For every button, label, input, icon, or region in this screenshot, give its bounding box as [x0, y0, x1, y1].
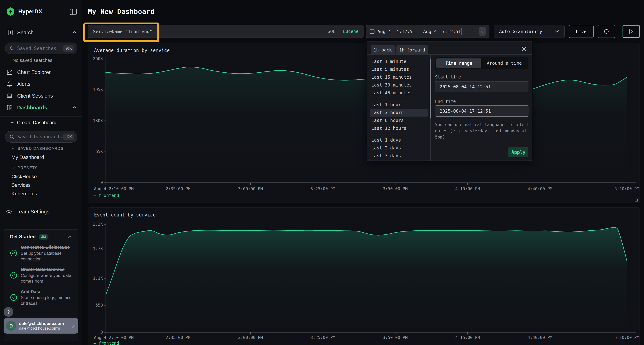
time-preset-option[interactable]: Last 1 days: [370, 136, 428, 144]
get-started-step-connect[interactable]: Connect to ClickHouse Set up your databa…: [10, 244, 73, 262]
legend-item-frontend[interactable]: —frontend: [94, 193, 119, 198]
x-axis-label: 5:10:00 PM: [602, 186, 640, 191]
time-preset-option[interactable]: Last 3 hours: [370, 109, 428, 117]
sidebar-item-label: Alerts: [17, 81, 30, 87]
section-presets[interactable]: PRESETS: [11, 166, 38, 170]
search-icon: [9, 46, 15, 51]
legend-item-frontend[interactable]: —frontend: [94, 341, 119, 345]
time-preset-option[interactable]: Last 45 minutes: [370, 89, 428, 97]
gear-icon: [6, 208, 12, 215]
check-circle-icon: [10, 249, 18, 257]
x-axis-label: 3:50:00 PM: [370, 186, 420, 191]
get-started-header[interactable]: Get Started 3/3: [10, 234, 73, 240]
play-icon: [629, 29, 634, 34]
step-description: Set up your database connection: [21, 250, 73, 262]
bell-icon: [6, 81, 13, 87]
preset-group-divider: [371, 99, 426, 99]
shift-back-button[interactable]: 1h back: [371, 45, 395, 55]
sidebar-item-dashboards[interactable]: Dashboards: [0, 103, 82, 112]
chevron-up-icon: [72, 106, 77, 109]
page-title: My New Dashboard: [88, 8, 154, 15]
start-time-input[interactable]: 2025-08-04 14:12:51: [435, 81, 528, 92]
preset-list-scrollbar-thumb[interactable]: [430, 59, 431, 118]
text-caret: [462, 28, 462, 35]
y-axis-label: 260K: [88, 56, 103, 61]
mode-separator: |: [338, 29, 340, 34]
time-preset-option[interactable]: Last 15 minutes: [370, 73, 428, 81]
no-saved-searches-text: No saved searches: [12, 57, 52, 63]
section-saved-dashboards[interactable]: SAVED DASHBOARDS: [11, 146, 64, 151]
create-dashboard-button[interactable]: + Create Dashboard: [10, 119, 56, 126]
legend-label: frontend: [98, 341, 119, 345]
granularity-select[interactable]: Auto Granularity: [494, 25, 564, 38]
laptop-icon: [6, 93, 13, 99]
search-section-icon: [6, 29, 13, 36]
time-preset-option[interactable]: Last 6 hours: [370, 117, 428, 124]
time-preset-option[interactable]: Last 12 hours: [370, 124, 428, 132]
y-axis-label: 130K: [88, 118, 103, 123]
get-started-step-sources[interactable]: Create Data Sources Configure where your…: [10, 267, 73, 284]
legend-swatch: —: [94, 193, 96, 198]
sidebar-item-kubernetes[interactable]: Kubernetes: [12, 191, 37, 197]
x-axis-label: 5:10:00 PM: [602, 335, 640, 340]
y-axis-label: 65K: [88, 149, 103, 154]
time-preset-option[interactable]: Last 7 days: [370, 152, 428, 160]
step-description: Configure where your data comes from: [21, 273, 73, 284]
create-dashboard-label: Create Dashboard: [17, 120, 56, 125]
sidebar-item-clickhouse[interactable]: ClickHouse: [12, 174, 37, 179]
tab-around-a-time[interactable]: Around a time: [482, 61, 527, 66]
shortcut-badge: ⌘K: [63, 134, 74, 140]
lucene-mode-toggle[interactable]: Lucene: [343, 29, 358, 34]
time-shortcut-badge: d: [479, 27, 486, 35]
x-axis-label: 4:15:00 PM: [442, 186, 493, 191]
help-button[interactable]: ?: [4, 307, 13, 317]
live-button[interactable]: Live: [569, 25, 594, 38]
chevron-right-icon: [72, 323, 75, 328]
time-picker-tabs: Time range Around a time: [435, 57, 528, 69]
panel-resize-handle[interactable]: [634, 198, 638, 202]
time-range-input[interactable]: Aug 4 14:12:51 - Aug 4 17:12:51 d: [366, 25, 490, 38]
y-axis-label: 550: [88, 303, 103, 308]
close-button[interactable]: [521, 46, 527, 52]
time-preset-option[interactable]: Last 2 days: [370, 144, 428, 152]
time-picker-panel: 1h back 1h forward Last 1 minuteLast 5 m…: [367, 41, 532, 161]
sidebar-item-my-dashboard[interactable]: My Dashboard: [12, 154, 44, 160]
plus-icon: +: [10, 119, 14, 126]
sidebar-collapse-icon[interactable]: [70, 8, 77, 15]
refresh-button[interactable]: [598, 25, 615, 38]
time-preset-option[interactable]: Last 30 minutes: [370, 81, 428, 89]
apply-button[interactable]: Apply: [508, 147, 528, 157]
brand-name: HyperDX: [18, 8, 42, 15]
get-started-step-add-data[interactable]: Add Data Start sending logs, metrics, or…: [10, 289, 73, 306]
saved-searches-input[interactable]: Saved Searches ⌘K: [5, 42, 77, 54]
tab-time-range[interactable]: Time range: [436, 58, 482, 68]
sidebar-item-team-settings[interactable]: Team Settings: [0, 207, 82, 216]
check-circle-icon: [10, 294, 18, 301]
sidebar-item-client-sessions[interactable]: Client Sessions: [0, 91, 82, 100]
step-title: Connect to ClickHouse: [21, 244, 73, 250]
sidebar-item-services[interactable]: Services: [12, 182, 30, 188]
time-preset-option[interactable]: Last 1 hour: [370, 101, 428, 109]
time-preset-option[interactable]: Last 5 minutes: [370, 65, 428, 73]
sidebar-item-search[interactable]: Search: [0, 28, 82, 37]
preset-group-divider: [371, 134, 426, 134]
time-preset-option[interactable]: Last 1 minute: [370, 57, 428, 65]
dashboard-filter-input[interactable]: ServiceName:"frontend" SQL | Lucene: [88, 25, 364, 38]
run-query-button[interactable]: [622, 25, 640, 38]
user-menu[interactable]: D dale@clickhouse.com dale@clickhouse.co…: [4, 318, 78, 334]
time-preset-option[interactable]: Last 14 days: [370, 160, 428, 161]
saved-dashboards-input[interactable]: Saved Dashboards ⌘K: [5, 131, 77, 143]
end-time-input[interactable]: 2025-08-04 17:12:51: [435, 105, 528, 117]
shift-forward-button[interactable]: 1h forward: [396, 45, 428, 55]
x-axis-label: 4:15:00 PM: [442, 335, 493, 340]
step-title: Create Data Sources: [21, 267, 73, 272]
x-axis-label: 2:35:00 PM: [153, 186, 203, 191]
team-settings-label: Team Settings: [16, 209, 49, 215]
sql-mode-toggle[interactable]: SQL: [328, 29, 335, 34]
sidebar-item-alerts[interactable]: Alerts: [0, 80, 82, 88]
sidebar-item-chart-explorer[interactable]: Chart Explorer: [0, 68, 82, 76]
legend-swatch: —: [94, 341, 96, 345]
divider: [0, 40, 82, 40]
x-axis-label: 3:00:00 PM: [226, 186, 276, 191]
filter-query-value: ServiceName:"frontend": [93, 29, 328, 34]
